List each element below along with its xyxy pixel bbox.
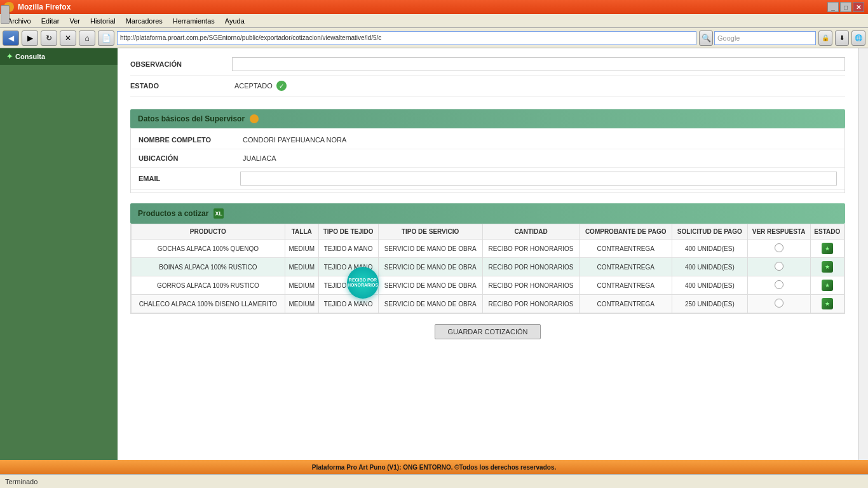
save-btn-area: GUARDAR COTIZACIÓN (118, 314, 858, 349)
cell-estado-1[interactable] (810, 240, 844, 258)
cell-estado-2[interactable] (810, 258, 844, 276)
estado-row: ESTADO ACEPTADO ✓ (130, 76, 845, 97)
cell-solicitud: 400 UNIDAD(ES) (672, 258, 748, 276)
cell-talla: MEDIUM (285, 258, 318, 276)
cell-cantidad: RECIBO POR HONORARIOS (482, 295, 580, 313)
menu-herramientas[interactable]: Herramientas (168, 16, 220, 26)
cell-solicitud: 400 UNIDAD(ES) (672, 276, 748, 295)
col-solicitud: SOLICITUD DE PAGO (672, 224, 748, 240)
stop-button[interactable]: ✕ (60, 30, 76, 46)
action-icon[interactable] (822, 280, 833, 291)
observacion-row: OBSERVACIÓN (130, 53, 845, 76)
radio-button[interactable] (775, 280, 783, 289)
forward-button[interactable]: ▶ (22, 30, 38, 46)
action-icon[interactable] (822, 298, 833, 309)
cell-tipo-tejido: TEJIDO A MANO (318, 240, 378, 258)
estado-text: ACEPTADO (234, 82, 273, 90)
sidebar-header: ✦ Consulta (0, 48, 118, 65)
cell-estado-3[interactable] (810, 276, 844, 295)
reload-button[interactable]: ↻ (41, 30, 57, 46)
scroll-thumb[interactable] (1, 5, 10, 24)
cell-comprobante: CONTRAENTREGA (580, 258, 672, 276)
cell-estado-4[interactable] (810, 295, 844, 313)
products-title: Productos a cotizar (138, 209, 208, 218)
menu-historial[interactable]: Historial (85, 16, 121, 26)
statusbar-text: Plataforma Pro Art Puno (V1): ONG ENTORN… (312, 464, 556, 471)
nombre-row: NOMBRE COMPLETO CONDORI PAYEHUANCA NORA (131, 131, 844, 149)
supervisor-title: Datos básicos del Supervisor (138, 114, 245, 123)
nav-icon-2[interactable]: ⬇ (835, 30, 849, 46)
sidebar: ✦ Consulta (0, 48, 118, 460)
menu-ver[interactable]: Ver (64, 16, 85, 26)
radio-button[interactable] (775, 262, 783, 271)
navbar: ◀ ▶ ↻ ✕ ⌂ 📄 http://plataforma.proart.com… (0, 28, 868, 48)
bookmark-button[interactable]: 📄 (98, 30, 114, 46)
observacion-value (232, 57, 845, 71)
page-statusbar: Plataforma Pro Art Puno (V1): ONG ENTORN… (0, 460, 868, 474)
products-section-header: Productos a cotizar XL (130, 203, 845, 224)
window-controls[interactable]: _ □ ✕ (827, 2, 864, 12)
supervisor-section-header: Datos básicos del Supervisor (130, 109, 845, 128)
ubicacion-value: JUALIACA (240, 153, 837, 163)
cell-radio-3[interactable] (747, 276, 810, 295)
search-placeholder: Google (717, 34, 740, 42)
cell-comprobante: CONTRAENTREGA (580, 276, 672, 295)
cell-cantidad: RECIBO POR HONORARIOS (482, 240, 580, 258)
cell-radio-4[interactable] (747, 295, 810, 313)
cell-radio-2[interactable] (747, 258, 810, 276)
ubicacion-label: UBICACIÓN (139, 154, 240, 162)
search-bar[interactable]: Google (714, 31, 816, 45)
nombre-value: CONDORI PAYEHUANCA NORA (240, 135, 837, 145)
cell-cantidad: RECIBO POR HONORARIOS (482, 276, 580, 295)
ubicacion-row: UBICACIÓN JUALIACA (131, 149, 844, 168)
cell-tipo-servicio: SERVICIO DE MANO DE OBRA (378, 258, 482, 276)
col-producto: PRODUCTO (132, 224, 285, 240)
table-row: GOCHAS ALPACA 100% QUENQO MEDIUM TEJIDO … (132, 240, 844, 258)
home-button[interactable]: ⌂ (79, 30, 95, 46)
scrollbar-right[interactable] (858, 48, 868, 460)
products-section: PRODUCTO TALLA TIPO DE TEJIDO TIPO DE SE… (130, 224, 845, 314)
cell-tipo-servicio: SERVICIO DE MANO DE OBRA (378, 276, 482, 295)
cell-tipo-servicio: SERVICIO DE MANO DE OBRA (378, 240, 482, 258)
radio-button[interactable] (775, 299, 783, 308)
supervisor-section: NOMBRE COMPLETO CONDORI PAYEHUANCA NORA … (130, 128, 845, 193)
browser-status-text: Terminado (5, 478, 37, 485)
estado-badge: ACEPTADO ✓ (234, 81, 287, 91)
col-cantidad: CANTIDAD (482, 224, 580, 240)
nombre-label: NOMBRE COMPLETO (139, 136, 240, 144)
email-row: EMAIL (131, 168, 844, 190)
menu-marcadores[interactable]: Marcadores (121, 16, 168, 26)
nav-icon-3[interactable]: 🌐 (851, 30, 865, 46)
action-icon[interactable] (822, 243, 833, 254)
url-text: http://plataforma.proart.com.pe/SGEntorn… (120, 34, 381, 41)
col-talla: TALLA (285, 224, 318, 240)
titlebar: Mozilla Firefox _ □ ✕ (0, 0, 868, 14)
estado-checkmark: ✓ (276, 81, 287, 91)
cell-talla: MEDIUM (285, 295, 318, 313)
maximize-button[interactable]: □ (840, 2, 851, 12)
observacion-label: OBSERVACIÓN (130, 60, 232, 68)
cell-comprobante: CONTRAENTREGA (580, 240, 672, 258)
estado-value: ACEPTADO ✓ (232, 79, 845, 92)
teal-overlay: RECIBO POR HONORARIOS (347, 267, 379, 299)
table-header-row: PRODUCTO TALLA TIPO DE TEJIDO TIPO DE SE… (132, 224, 844, 240)
close-button[interactable]: ✕ (853, 2, 864, 12)
action-icon[interactable] (822, 261, 833, 273)
main-area: ✦ Consulta OBSERVACIÓN ESTADO ACEPTADO ✓ (0, 48, 868, 460)
cell-talla: MEDIUM (285, 276, 318, 295)
radio-button[interactable] (775, 243, 783, 252)
menu-ayuda[interactable]: Ayuda (220, 16, 250, 26)
save-button[interactable]: GUARDAR COTIZACIÓN (435, 324, 541, 339)
cell-radio-1[interactable] (747, 240, 810, 258)
minimize-button[interactable]: _ (827, 2, 839, 12)
menu-editar[interactable]: Editar (36, 16, 65, 26)
back-button[interactable]: ◀ (3, 30, 19, 46)
teal-circle-text: RECIBO POR HONORARIOS (348, 278, 378, 288)
cell-comprobante: CONTRAENTREGA (580, 295, 672, 313)
cell-talla: MEDIUM (285, 240, 318, 258)
nav-icon-1[interactable]: 🔒 (818, 30, 832, 46)
table-row: BOINAS ALPACA 100% RUSTICO MEDIUM TEJIDO… (132, 258, 844, 276)
estado-label: ESTADO (130, 82, 232, 90)
supervisor-icon (250, 114, 259, 123)
address-bar[interactable]: http://plataforma.proart.com.pe/SGEntorn… (117, 31, 696, 45)
